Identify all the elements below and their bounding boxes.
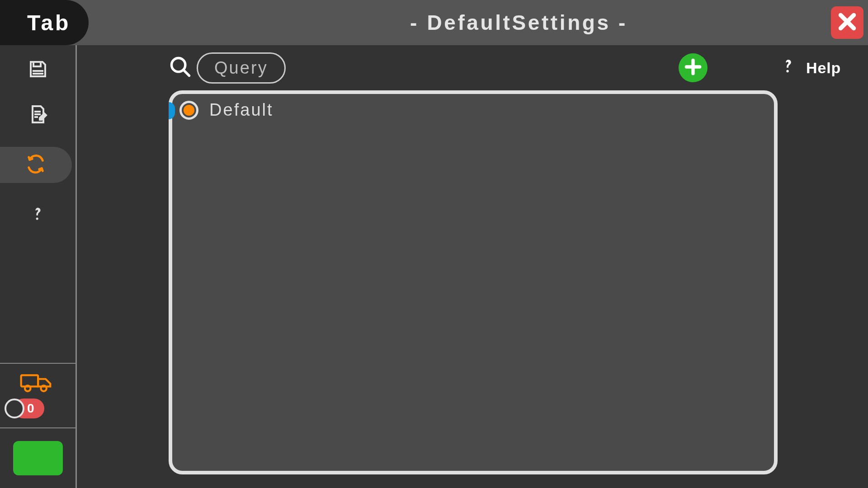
list-item-label: Default bbox=[209, 100, 274, 120]
svg-line-11 bbox=[184, 70, 189, 76]
close-icon bbox=[836, 10, 859, 35]
main-area: Query Help De bbox=[78, 45, 868, 488]
profiles-list: Default bbox=[169, 90, 778, 474]
svg-point-9 bbox=[41, 385, 47, 391]
truck-icon bbox=[19, 371, 53, 395]
save-icon bbox=[27, 58, 49, 82]
question-icon bbox=[28, 204, 48, 225]
question-icon bbox=[778, 56, 799, 80]
help-button[interactable]: Help bbox=[771, 56, 841, 80]
search-input[interactable]: Query bbox=[197, 52, 286, 84]
sync-icon bbox=[25, 154, 46, 176]
help-label: Help bbox=[806, 59, 841, 77]
sidebar: 0 bbox=[0, 45, 77, 488]
svg-rect-0 bbox=[33, 62, 41, 66]
sync-button[interactable] bbox=[0, 147, 72, 183]
sidebar-help-button[interactable] bbox=[24, 201, 52, 228]
plus-icon bbox=[683, 57, 703, 79]
status-circle-icon bbox=[5, 399, 24, 418]
search-placeholder: Query bbox=[214, 58, 268, 77]
toolbar: Query Help bbox=[78, 45, 868, 90]
selection-indicator bbox=[169, 102, 175, 119]
svg-rect-7 bbox=[21, 375, 38, 386]
search-icon bbox=[169, 55, 192, 80]
svg-point-14 bbox=[787, 70, 789, 72]
edit-document-button[interactable] bbox=[24, 102, 52, 129]
page-title: - DefaultSettings - bbox=[207, 10, 831, 35]
profiles-tab[interactable]: Profiles bbox=[75, 2, 207, 43]
svg-point-6 bbox=[36, 217, 38, 220]
confirm-button[interactable] bbox=[13, 441, 63, 475]
tab-button[interactable]: Tab bbox=[0, 0, 89, 45]
svg-point-8 bbox=[25, 385, 31, 391]
profiles-label: Profiles bbox=[102, 12, 184, 33]
delivery-status[interactable]: 0 bbox=[0, 364, 75, 428]
save-button[interactable] bbox=[24, 56, 52, 84]
header-bar: Tab Profiles - DefaultSettings - bbox=[0, 0, 868, 45]
list-item[interactable]: Default bbox=[172, 94, 774, 126]
add-button[interactable] bbox=[679, 53, 708, 82]
tab-label: Tab bbox=[27, 10, 71, 35]
document-edit-icon bbox=[27, 103, 49, 127]
radio-icon[interactable] bbox=[179, 101, 198, 120]
close-button[interactable] bbox=[831, 6, 863, 39]
